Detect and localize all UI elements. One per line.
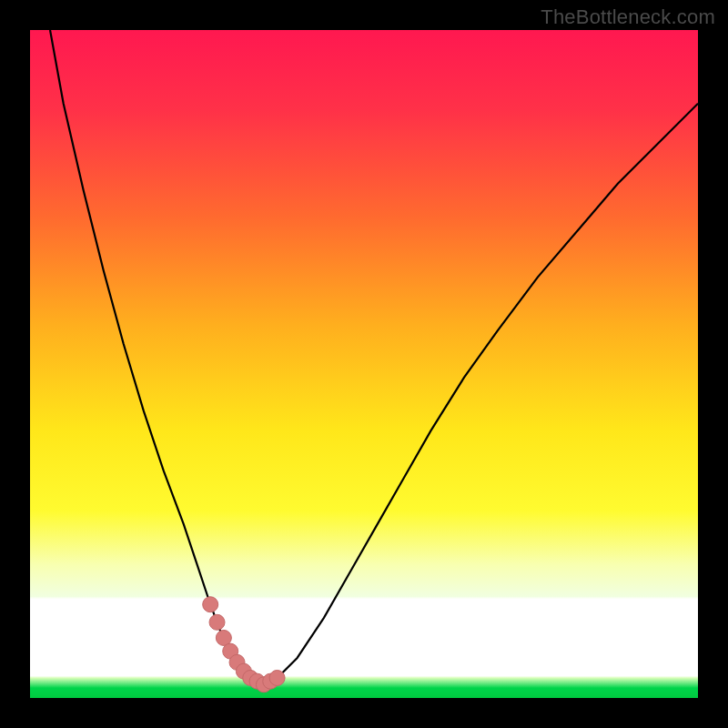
chart-stage: { "watermark": "TheBottleneck.com", "col… [0,0,728,728]
curve-marker [203,597,218,612]
curve-marker [209,614,225,630]
bottleneck-chart [0,0,728,728]
watermark-text: TheBottleneck.com [541,5,715,29]
curve-marker [269,670,285,685]
